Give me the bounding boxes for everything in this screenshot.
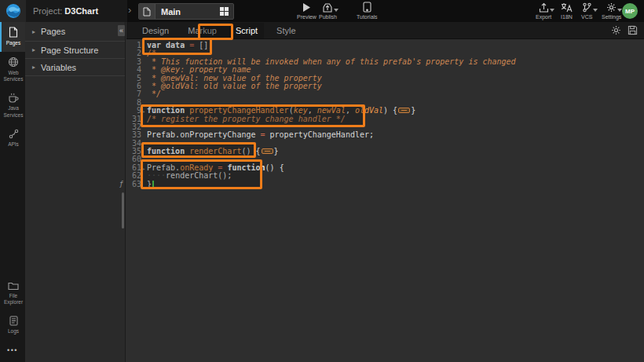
current-page-name: Main (156, 7, 220, 16)
panel-item-variables[interactable]: ▸Variables (25, 59, 125, 76)
preview-button[interactable]: Preview (297, 2, 317, 20)
topbar: Project: D3Chart › Main PreviewPublishTu… (0, 0, 644, 22)
code-text: * @oldVal: old value of the property (141, 82, 322, 90)
settings-label: Settings (602, 14, 621, 20)
code-text (141, 123, 147, 131)
export-icon (539, 2, 549, 13)
line-number: 4 (126, 66, 141, 74)
code-text: } (141, 181, 154, 188)
chevron-down-icon[interactable] (550, 9, 554, 12)
script-editor[interactable]: 1var data = [];2/*3 * This function will… (126, 39, 644, 362)
folder-icon (8, 281, 19, 291)
pages-panel: ▸Pages▸Page Structure▸Variables « (25, 22, 126, 362)
expand-caret-icon[interactable]: ▸ (32, 64, 35, 71)
breadcrumb-chevron-icon: › (128, 4, 131, 16)
export-button[interactable]: Export (536, 2, 551, 20)
logs-icon (9, 316, 18, 326)
tab-markup[interactable]: Markup (181, 23, 223, 38)
code-line-62[interactable]: 62····renderChart(); (126, 172, 644, 180)
rail-item-apis[interactable]: APIs (0, 124, 25, 153)
i18n-button[interactable]: I18N (561, 2, 573, 20)
rail-item-pages[interactable]: Pages (0, 22, 25, 52)
rail-item-file-explorer[interactable]: FileExplorer (0, 276, 25, 311)
vcs-button[interactable]: VCS (581, 2, 592, 20)
rail-more-button[interactable]: ••• (0, 340, 25, 362)
settings-button[interactable]: Settings (602, 2, 621, 20)
code-text (141, 140, 147, 148)
publish-icon (322, 2, 333, 13)
code-line-35[interactable]: 35function renderChart() {} (126, 148, 644, 155)
tab-style[interactable]: Style (270, 23, 302, 38)
code-text: /* register the property change handler … (141, 115, 346, 123)
code-line-33[interactable]: 33Prefab.onPropertyChange = propertyChan… (126, 131, 644, 139)
editor-settings-gear-icon[interactable] (611, 25, 621, 35)
rail-item-label: Logs (8, 328, 19, 335)
code-text: */ (141, 90, 161, 98)
topbar-project-area: Project: D3Chart (0, 0, 127, 22)
line-number: 63ƒ (126, 181, 141, 188)
preview-label: Preview (297, 14, 317, 20)
tutorials-label: Tutorials (357, 14, 378, 20)
i18n-icon (561, 2, 573, 13)
panel-item-label: Pages (41, 27, 65, 36)
page-icon (9, 27, 18, 38)
play-icon (302, 2, 311, 13)
tutorials-icon (363, 2, 371, 13)
export-label: Export (536, 14, 551, 20)
publish-label: Publish (319, 14, 337, 20)
code-line-6[interactable]: 6 * @oldVal: old value of the property (126, 82, 644, 90)
vcs-label: VCS (581, 14, 592, 20)
rail-item-label: Pages (6, 40, 20, 46)
panel-scrollbar[interactable] (122, 192, 124, 229)
panel-item-pages[interactable]: ▸Pages (25, 22, 125, 42)
left-rail: PagesWebServicesJavaServicesAPIsFileExpl… (0, 22, 25, 362)
code-line-7[interactable]: 7 */ (126, 90, 644, 98)
rail-item-web-services[interactable]: WebServices (0, 52, 25, 88)
gutter-info-icon: ƒ (119, 181, 123, 188)
wavemaker-logo-icon (5, 3, 21, 19)
page-selector[interactable]: Main (138, 3, 234, 20)
text-cursor (152, 181, 154, 188)
code-text: function renderChart() {} (141, 148, 279, 155)
page-grid-icon[interactable] (220, 7, 229, 16)
rail-item-java-services[interactable]: JavaServices (0, 88, 25, 123)
panel-collapse-button[interactable]: « (118, 25, 125, 36)
chevron-down-icon[interactable] (334, 9, 338, 12)
project-name: Project: D3Chart (33, 6, 98, 16)
expand-caret-icon[interactable]: ▸ (32, 46, 35, 53)
page-file-icon (139, 4, 156, 19)
expand-caret-icon[interactable]: ▸ (32, 28, 35, 35)
user-avatar[interactable]: MP (622, 3, 638, 19)
code-text: Prefab.onPropertyChange = propertyChange… (141, 131, 374, 139)
chevron-down-icon[interactable] (593, 9, 598, 12)
api-icon (9, 129, 19, 139)
publish-button[interactable]: Publish (319, 2, 337, 20)
code-text (141, 99, 147, 107)
rail-item-label: JavaServices (4, 105, 24, 118)
tutorials-button[interactable]: Tutorials (357, 2, 378, 20)
settings-icon (606, 2, 617, 13)
vcs-icon (582, 2, 592, 13)
save-script-icon[interactable] (628, 25, 638, 35)
code-text: ····renderChart(); (141, 172, 232, 180)
editor-tabbar: DesignMarkupScriptStyle (126, 22, 644, 39)
wavemaker-logo[interactable] (0, 0, 26, 22)
rail-item-logs[interactable]: Logs (0, 311, 25, 340)
tab-script[interactable]: Script (229, 23, 264, 38)
code-line-63[interactable]: 63ƒ} (126, 181, 644, 188)
panel-item-page-structure[interactable]: ▸Page Structure (25, 42, 125, 59)
panel-item-label: Page Structure (41, 46, 98, 55)
rail-item-label: FileExplorer (4, 293, 23, 305)
rail-item-label: APIs (8, 141, 19, 148)
coffee-icon (8, 93, 19, 103)
i18n-label: I18N (561, 14, 573, 20)
tab-design[interactable]: Design (136, 23, 175, 38)
rail-item-label: WebServices (4, 70, 24, 82)
panel-item-label: Variables (41, 63, 76, 72)
wavemaker-ide: Project: D3Chart › Main PreviewPublishTu… (0, 0, 644, 362)
code-line-1[interactable]: 1var data = []; (126, 42, 644, 49)
collapsed-code-icon[interactable] (398, 108, 410, 113)
collapsed-code-icon[interactable] (262, 148, 273, 154)
globe-icon (8, 57, 19, 68)
code-line-31[interactable]: 31/* register the property change handle… (126, 115, 644, 123)
